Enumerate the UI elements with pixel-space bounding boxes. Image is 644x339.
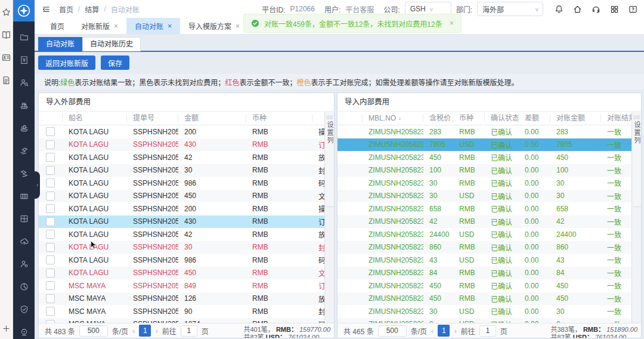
monitor-icon[interactable] xyxy=(19,327,29,337)
breadcrumb-item[interactable]: 结算 xyxy=(85,4,99,14)
tab-首页[interactable]: 首页 xyxy=(42,18,73,34)
add-icon[interactable] xyxy=(2,324,11,333)
file-text-icon[interactable] xyxy=(2,75,11,85)
bell-icon[interactable] xyxy=(554,4,564,14)
page-size-input[interactable] xyxy=(378,325,407,337)
table-row[interactable]: KOTA LAGUSSPHSNH2056...430RMB订舱 xyxy=(39,215,325,229)
table-row[interactable]: ZIMUSNH2058235230USD已确认0.0030一致 xyxy=(338,305,632,318)
tab-自动对账[interactable]: 自动对账× xyxy=(126,18,180,34)
table-row[interactable]: ZIMUSNH20582352860RMB已确认0.00860一致 xyxy=(338,241,632,254)
app-logo[interactable] xyxy=(13,0,35,21)
shield-check-icon[interactable] xyxy=(19,304,29,314)
table-row[interactable]: ZIMUSNH2058235830USD已确认0.0030一致 xyxy=(338,190,632,203)
bill-icon[interactable] xyxy=(19,55,29,64)
next-page-button[interactable]: › xyxy=(454,326,456,335)
table-row[interactable]: ZIMUSNH20582358100RMB已确认0.00100一致 xyxy=(338,164,632,177)
toast-close-icon[interactable]: × xyxy=(450,19,454,27)
id-card-icon[interactable] xyxy=(2,53,11,62)
table-row[interactable]: KOTA LAGUSSPHSNH2056...200RMB操作 xyxy=(39,202,325,215)
table-row[interactable]: MSC MAYASSPHSNH2058...126RMB放箱 xyxy=(39,292,325,306)
dept-select[interactable]: 海外部 ∨ xyxy=(477,2,543,16)
table-row[interactable]: MSC MAYASSPHSNH2058...849RMB订舱 xyxy=(39,279,325,292)
table-row[interactable]: MSC MAYASSPHSNH2058...1074RMB码头 xyxy=(39,318,325,323)
row-checkbox[interactable] xyxy=(46,192,55,201)
table-row[interactable]: ZIMUSNH20582352450RMB已确认0.00450一致 xyxy=(338,279,632,292)
goto-page-input[interactable] xyxy=(181,325,197,337)
tab-close-icon[interactable]: × xyxy=(114,22,118,30)
save-button[interactable]: 保存 xyxy=(101,56,129,70)
table-row[interactable]: KOTA LAGUSSPHSNH2056...450RMB文件 xyxy=(39,267,325,280)
row-checkbox[interactable] xyxy=(46,178,55,187)
row-checkbox[interactable] xyxy=(46,140,55,149)
table-row[interactable]: ZIMUSNH205823587805USD已确认0.007805一致 xyxy=(338,138,632,152)
column-settings-tab[interactable]: |||| 设置列 xyxy=(326,112,334,207)
goto-page-input[interactable] xyxy=(479,325,496,337)
book-icon[interactable] xyxy=(2,30,11,39)
cloud-upload-icon[interactable] xyxy=(19,236,29,246)
table-row[interactable]: KOTA LAGUSSPHSNH2056...42RMB放箱 xyxy=(39,151,325,164)
help-icon[interactable] xyxy=(628,4,638,14)
row-checkbox[interactable] xyxy=(46,153,55,162)
prev-page-button[interactable]: ‹ xyxy=(431,326,434,335)
flight-icon[interactable] xyxy=(19,146,29,155)
current-page-button[interactable]: 1 xyxy=(438,325,450,337)
row-checkbox[interactable] xyxy=(46,320,55,323)
table-row[interactable]: KOTA LAGUSSPHSNH2056...430RMB订舱 xyxy=(39,138,325,152)
headset-icon[interactable] xyxy=(591,4,601,14)
row-checkbox[interactable] xyxy=(46,255,55,264)
user-pin-icon[interactable] xyxy=(19,259,29,269)
table-row[interactable]: ZIMUSNH20582358450RMB已确认0.00450一致 xyxy=(338,151,632,164)
table-row[interactable]: KOTA LAGUSSPHSNH2056...986RMB码头 xyxy=(39,254,325,267)
collapse-menu-icon[interactable] xyxy=(42,5,51,14)
current-page-button[interactable]: 1 xyxy=(139,325,151,337)
row-checkbox[interactable] xyxy=(46,307,55,316)
tab-对账新版[interactable]: 对账新版× xyxy=(73,18,126,34)
row-checkbox[interactable] xyxy=(46,166,55,175)
table-row[interactable]: ZIMUSNH2058235830RMB已确认0.0030一致 xyxy=(338,177,632,190)
table-row[interactable]: KOTA LAGUSSPHSNH2056...450RMB文件 xyxy=(39,190,325,203)
back-to-reconcile-button[interactable]: 返回对账新版 xyxy=(38,56,95,70)
row-checkbox[interactable] xyxy=(46,217,55,226)
table-row[interactable]: ZIMUSNH2058235224400USD已确认0.0024400一致 xyxy=(338,228,632,241)
table-row[interactable]: MSC MAYASSPHSNH2058...90RMB封条 xyxy=(39,305,325,318)
ship-crane-icon[interactable] xyxy=(19,100,29,110)
sidebar-expand-handle[interactable]: › xyxy=(35,171,40,199)
table-row[interactable]: ZIMUSNH2058235842RMB已确认0.0042一致 xyxy=(338,215,632,229)
tab-导入模版方案[interactable]: 导入模版方案× xyxy=(180,18,248,34)
table-row[interactable]: ZIMUSNH20582352450RMB已确认0.00450一致 xyxy=(338,292,632,306)
table-row[interactable]: ZIMUSNH205823520USD已确认0.000一致 xyxy=(338,318,632,323)
table-row[interactable]: KOTA LAGUSSPHSNH2056...42RMB放箱 xyxy=(39,228,325,241)
home-icon[interactable] xyxy=(572,4,583,14)
row-checkbox[interactable] xyxy=(46,294,55,303)
table-row[interactable]: KOTA LAGUSSPHSNH2056...30RMB封条 xyxy=(39,241,325,254)
tab-close-icon[interactable]: × xyxy=(236,22,240,30)
container-icon[interactable] xyxy=(19,191,29,201)
column-settings-tab[interactable]: |||| 设置列 xyxy=(633,112,641,207)
module-tab-自动对账[interactable]: 自动对账 xyxy=(38,37,82,51)
calculator-icon[interactable] xyxy=(19,214,29,223)
flight-alt-icon[interactable] xyxy=(19,168,29,178)
breadcrumb-item[interactable]: 首页 xyxy=(59,4,73,14)
pie-chart-icon[interactable] xyxy=(19,282,29,291)
table-row[interactable]: ZIMUSNH2058235284RMB已确认0.0084一致 xyxy=(338,267,632,280)
tab-close-icon[interactable]: × xyxy=(168,22,172,30)
table-row[interactable]: ZIMUSNH2058235243USD已确认0.0043一致 xyxy=(338,254,632,267)
row-checkbox[interactable] xyxy=(46,243,55,252)
table-row[interactable]: KOTA LAGUSSPHSNH2056...986RMB码头 xyxy=(39,177,325,190)
table-row[interactable]: ZIMUSNH20582358658RMB已确认0.00658一致 xyxy=(338,202,632,215)
ship-icon[interactable] xyxy=(19,123,29,132)
page-size-input[interactable] xyxy=(79,325,108,337)
folder-icon[interactable] xyxy=(19,32,29,42)
table-row[interactable]: KOTA LAGUSSPHSNH2056...30RMB封条 xyxy=(39,164,325,177)
star-icon[interactable] xyxy=(2,7,11,17)
sort-desc-icon[interactable]: ↓ xyxy=(398,114,401,122)
row-checkbox[interactable] xyxy=(46,127,55,136)
row-checkbox[interactable] xyxy=(46,204,55,213)
apps-grid-icon[interactable] xyxy=(609,4,620,14)
row-checkbox[interactable] xyxy=(46,269,55,278)
next-page-button[interactable]: › xyxy=(155,326,157,335)
row-checkbox[interactable] xyxy=(46,230,55,239)
customer-search-icon[interactable] xyxy=(19,78,29,87)
table-row[interactable]: ZIMUSNH20582358283RMB已确认0.00283一致 xyxy=(338,125,632,138)
module-tab-自动对账历史[interactable]: 自动对账历史 xyxy=(82,37,141,51)
